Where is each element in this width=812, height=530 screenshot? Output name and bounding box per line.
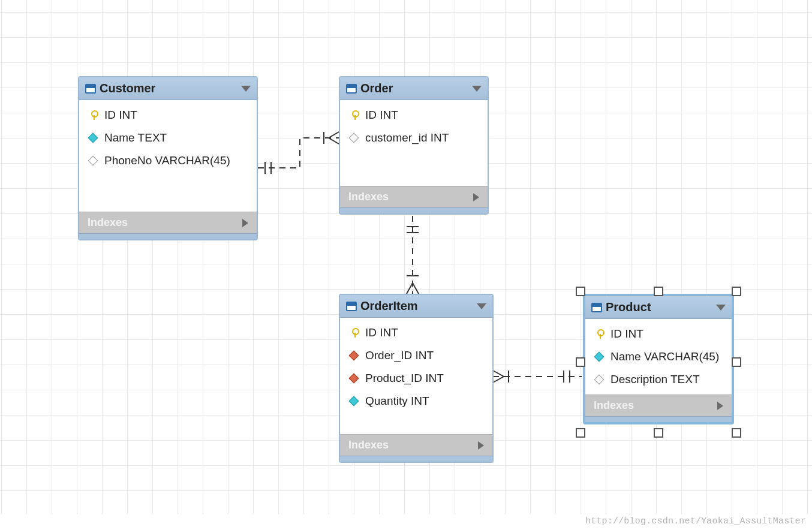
entity-product[interactable]: Product ID INT Name VARCHAR(45) Descript… (583, 294, 734, 424)
column-row[interactable]: PhoneNo VARCHAR(45) (79, 149, 257, 172)
entity-footer (340, 207, 488, 213)
column-text: Name TEXT (104, 131, 167, 144)
column-row[interactable]: ID INT (340, 104, 488, 127)
entity-title: Customer (100, 82, 241, 95)
entity-header[interactable]: OrderItem (340, 295, 492, 318)
indexes-label: Indexes (88, 216, 128, 229)
column-row[interactable]: Order_ID INT (340, 344, 492, 367)
column-text: Description TEXT (610, 373, 700, 386)
chevron-down-icon[interactable] (241, 86, 251, 92)
chevron-down-icon[interactable] (716, 305, 726, 311)
chevron-down-icon[interactable] (477, 303, 486, 309)
entity-columns: ID INT Order_ID INT Product_ID INT Quant… (340, 318, 492, 416)
er-canvas[interactable]: Customer ID INT Name TEXT PhoneNo VARCHA… (0, 0, 812, 514)
column-text: ID INT (365, 326, 398, 339)
column-row[interactable]: ID INT (79, 104, 257, 127)
primary-key-icon (348, 327, 359, 338)
resize-handle-w[interactable] (576, 357, 585, 367)
resize-handle-s[interactable] (654, 428, 663, 438)
attribute-icon (348, 132, 359, 143)
column-row[interactable]: Name VARCHAR(45) (585, 345, 732, 368)
table-icon (346, 302, 357, 311)
watermark: http://blog.csdn.net/Yaokai_AssultMaster (585, 516, 806, 526)
entity-title: OrderItem (360, 299, 477, 313)
attribute-icon (88, 155, 98, 166)
resize-handle-sw[interactable] (576, 428, 585, 438)
resize-handle-ne[interactable] (732, 287, 741, 296)
resize-handle-se[interactable] (732, 428, 741, 438)
attribute-icon (88, 132, 98, 143)
column-row[interactable]: ID INT (340, 321, 492, 344)
entity-title: Product (606, 300, 716, 314)
entity-columns: ID INT Name TEXT PhoneNo VARCHAR(45) (79, 100, 257, 176)
column-row[interactable]: Description TEXT (585, 368, 732, 391)
attribute-icon (348, 396, 359, 406)
column-text: Name VARCHAR(45) (610, 350, 719, 363)
column-row[interactable]: customer_id INT (340, 127, 488, 149)
entity-footer (340, 456, 492, 462)
column-text: ID INT (104, 109, 137, 122)
table-icon (591, 303, 602, 312)
entity-order[interactable]: Order ID INT customer_id INT Indexes (339, 76, 489, 215)
chevron-right-icon (473, 193, 479, 201)
primary-key-icon (594, 329, 605, 339)
entity-title: Order (360, 82, 472, 95)
indexes-section[interactable]: Indexes (340, 434, 492, 456)
resize-handle-n[interactable] (654, 287, 663, 296)
foreign-key-icon (348, 350, 359, 361)
resize-handle-e[interactable] (732, 357, 741, 367)
column-row[interactable]: Quantity INT (340, 390, 492, 412)
chevron-down-icon[interactable] (472, 86, 482, 92)
primary-key-icon (88, 110, 98, 121)
column-row[interactable]: Name TEXT (79, 127, 257, 149)
indexes-section[interactable]: Indexes (340, 186, 488, 207)
entity-header[interactable]: Product (585, 296, 732, 319)
chevron-right-icon (478, 441, 484, 450)
indexes-label: Indexes (594, 399, 634, 412)
primary-key-icon (348, 110, 359, 121)
column-text: ID INT (610, 327, 643, 341)
column-text: Product_ID INT (365, 372, 444, 385)
attribute-icon (594, 351, 605, 362)
table-icon (346, 84, 357, 94)
column-text: Order_ID INT (365, 349, 434, 362)
resize-handle-nw[interactable] (576, 287, 585, 296)
entity-customer[interactable]: Customer ID INT Name TEXT PhoneNo VARCHA… (78, 76, 258, 240)
indexes-label: Indexes (348, 191, 389, 203)
indexes-section[interactable]: Indexes (79, 212, 257, 233)
entity-orderitem[interactable]: OrderItem ID INT Order_ID INT Product_ID… (339, 294, 494, 463)
entity-footer (585, 416, 732, 422)
entity-columns: ID INT Name VARCHAR(45) Description TEXT (585, 319, 732, 395)
chevron-right-icon (717, 402, 723, 410)
column-text: PhoneNo VARCHAR(45) (104, 154, 230, 167)
entity-header[interactable]: Customer (79, 77, 257, 100)
entity-columns: ID INT customer_id INT (340, 100, 488, 153)
foreign-key-icon (348, 373, 359, 384)
column-text: ID INT (365, 109, 398, 122)
entity-footer (79, 233, 257, 239)
entity-header[interactable]: Order (340, 77, 488, 100)
column-text: Quantity INT (365, 395, 429, 408)
column-row[interactable]: ID INT (585, 323, 732, 345)
indexes-label: Indexes (348, 439, 389, 451)
table-icon (85, 84, 96, 94)
column-row[interactable]: Product_ID INT (340, 367, 492, 390)
column-text: customer_id INT (365, 131, 449, 144)
indexes-section[interactable]: Indexes (585, 395, 732, 416)
attribute-icon (594, 374, 605, 385)
chevron-right-icon (242, 219, 248, 227)
